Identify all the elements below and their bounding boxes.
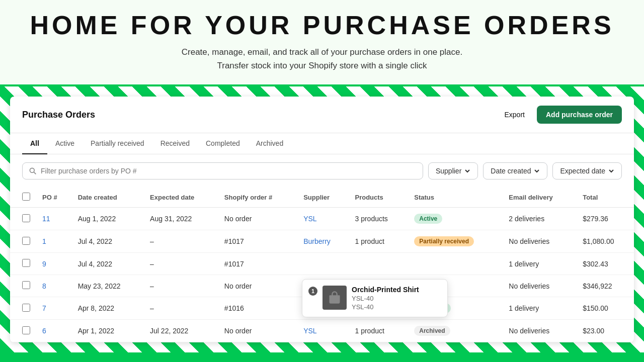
supplier-filter[interactable]: Supplier <box>428 162 478 179</box>
col-products: Products <box>349 188 409 208</box>
col-email-delivery: Email delivery <box>503 188 577 208</box>
status-cell: Active <box>408 208 503 230</box>
expected-date-filter[interactable]: Expected date <box>552 162 622 179</box>
shopify-order-cell: No order <box>218 320 297 342</box>
email-delivery-cell: No deliveries <box>503 230 577 253</box>
search-icon <box>29 167 37 175</box>
header-actions: Export Add purchase order <box>499 106 622 124</box>
tab-completed[interactable]: Completed <box>198 133 248 154</box>
email-delivery-cell: 1 delivery <box>503 297 577 320</box>
email-delivery-cell: 1 delivery <box>503 253 577 275</box>
search-input[interactable] <box>41 167 417 175</box>
row-checkbox[interactable] <box>22 326 30 334</box>
date-created-filter[interactable]: Date created <box>483 162 547 179</box>
tooltip-badge: 1 <box>308 287 317 296</box>
filters-row: Supplier Date created Expected date <box>10 154 634 188</box>
shopify-order-cell: No order <box>218 275 297 297</box>
table-header-row: PO # Date created Expected date Shopify … <box>10 188 634 208</box>
status-badge: Partially received <box>414 236 474 246</box>
total-cell: $1,080.00 <box>577 230 634 253</box>
email-delivery-cell: 2 deliveries <box>503 208 577 230</box>
shopify-order-cell: No order <box>218 208 297 230</box>
row-checkbox[interactable] <box>22 214 30 222</box>
col-supplier: Supplier <box>297 188 349 208</box>
products-cell <box>349 253 409 275</box>
po-link[interactable]: 9 <box>42 260 46 268</box>
date-created-cell: Apr 1, 2022 <box>72 320 144 342</box>
products-cell: 1 product <box>349 320 409 342</box>
tooltip-sku1: YSL-40 <box>352 295 419 302</box>
date-created-cell: Aug 1, 2022 <box>72 208 144 230</box>
tab-all[interactable]: All <box>22 133 47 154</box>
hero-title: HOME FOR YOUR PURCHASE ORDERS <box>20 10 624 40</box>
tab-partially-received[interactable]: Partially received <box>83 133 152 154</box>
panel-header: Purchase Orders Export Add purchase orde… <box>10 97 634 133</box>
shopify-order-cell: #1017 <box>218 253 297 275</box>
tooltip-product-image <box>323 286 347 310</box>
tab-bar: All Active Partially received Received C… <box>10 133 634 154</box>
total-cell: $302.43 <box>577 253 634 275</box>
po-link[interactable]: 11 <box>42 215 50 223</box>
row-checkbox[interactable] <box>22 259 30 267</box>
orders-table-wrapper: PO # Date created Expected date Shopify … <box>10 188 634 342</box>
po-link[interactable]: 1 <box>42 237 46 245</box>
po-link[interactable]: 6 <box>42 327 46 335</box>
svg-point-0 <box>30 168 34 173</box>
tooltip-product-info: Orchid-Printed Shirt YSL-40 YSL-40 <box>352 286 419 311</box>
supplier-cell: YSL <box>297 208 349 230</box>
status-badge: Archived <box>414 326 450 336</box>
expected-date-cell: – <box>144 297 218 320</box>
select-all-checkbox[interactable] <box>22 193 30 201</box>
col-po: PO # <box>36 188 72 208</box>
total-cell: $150.00 <box>577 297 634 320</box>
export-button[interactable]: Export <box>499 107 531 123</box>
expected-date-cell: Aug 31, 2022 <box>144 208 218 230</box>
supplier-link[interactable]: YSL <box>303 215 316 223</box>
search-wrapper <box>22 162 423 179</box>
supplier-link[interactable]: Burberry <box>303 237 331 245</box>
row-checkbox[interactable] <box>22 304 30 312</box>
col-shopify-order: Shopify order # <box>218 188 297 208</box>
tooltip-product-name: Orchid-Printed Shirt <box>352 286 419 294</box>
email-delivery-cell: No deliveries <box>503 275 577 297</box>
expected-date-cell: – <box>144 253 218 275</box>
hero-section: HOME FOR YOUR PURCHASE ORDERS Create, ma… <box>0 0 644 86</box>
hero-subtitle: Create, manage, email, and track all of … <box>20 45 624 72</box>
status-cell: Partially received <box>408 230 503 253</box>
tab-active[interactable]: Active <box>47 133 83 154</box>
date-created-cell: May 23, 2022 <box>72 275 144 297</box>
status-badge: Active <box>414 214 442 224</box>
add-purchase-order-button[interactable]: Add purchase order <box>537 106 622 124</box>
expected-date-cell: – <box>144 230 218 253</box>
col-date-created: Date created <box>72 188 144 208</box>
expected-date-cell: Jul 22, 2022 <box>144 320 218 342</box>
total-cell: $23.00 <box>577 320 634 342</box>
po-link[interactable]: 8 <box>42 282 46 290</box>
supplier-link[interactable]: YSL <box>303 327 316 335</box>
row-checkbox[interactable] <box>22 281 30 289</box>
shopify-order-cell: #1016 <box>218 297 297 320</box>
table-row: 6 Apr 1, 2022 Jul 22, 2022 No order YSL … <box>10 320 634 342</box>
orders-table: PO # Date created Expected date Shopify … <box>10 188 634 342</box>
table-row: 1 Jul 4, 2022 – #1017 Burberry 1 product… <box>10 230 634 253</box>
table-row: 9 Jul 4, 2022 – #1017 1 delivery $302.43 <box>10 253 634 275</box>
svg-line-1 <box>34 172 36 174</box>
tab-archived[interactable]: Archived <box>248 133 291 154</box>
content-area: Purchase Orders Export Add purchase orde… <box>0 86 644 352</box>
supplier-cell: Burberry <box>297 230 349 253</box>
tooltip-sku2: YSL-40 <box>352 303 419 311</box>
status-cell: Archived <box>408 320 503 342</box>
date-created-cell: Jul 4, 2022 <box>72 230 144 253</box>
status-cell <box>408 253 503 275</box>
date-created-cell: Apr 8, 2022 <box>72 297 144 320</box>
products-cell: 1 product <box>349 230 409 253</box>
chevron-down-icon <box>534 168 540 174</box>
supplier-cell: YSL <box>297 320 349 342</box>
chevron-down-icon <box>464 168 470 174</box>
col-expected-date: Expected date <box>144 188 218 208</box>
row-checkbox[interactable] <box>22 237 30 245</box>
po-link[interactable]: 7 <box>42 304 46 312</box>
tab-received[interactable]: Received <box>152 133 198 154</box>
email-delivery-cell: No deliveries <box>503 320 577 342</box>
panel-title: Purchase Orders <box>22 110 95 120</box>
